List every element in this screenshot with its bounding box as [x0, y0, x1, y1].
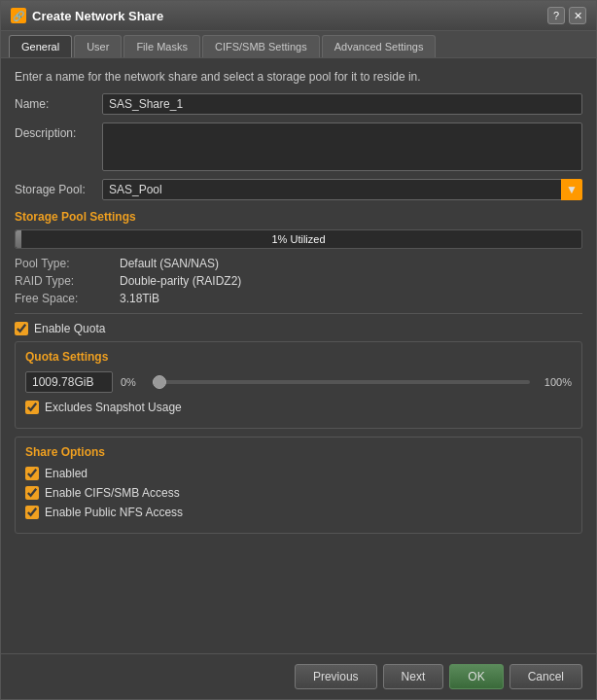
close-button[interactable]: ✕ [569, 7, 586, 24]
footer: Previous Next OK Cancel [1, 653, 596, 699]
slider-min-label: 0% [121, 376, 145, 388]
name-row: Name: [15, 93, 582, 115]
storage-pool-settings-title: Storage Pool Settings [15, 210, 582, 224]
enable-quota-row: Enable Quota [15, 322, 582, 335]
utilization-label: 1% Utilized [16, 230, 581, 248]
storage-pool-label: Storage Pool: [15, 179, 102, 196]
quota-settings-box: Quota Settings 0% 100% Excludes Snapshot… [15, 341, 582, 429]
nfs-label: Enable Public NFS Access [45, 506, 183, 519]
share-options-title: Share Options [25, 445, 572, 459]
app-icon: 🔗 [11, 8, 26, 23]
quota-settings-title: Quota Settings [25, 350, 572, 364]
tab-bar: General User File Masks CIFS/SMB Setting… [1, 31, 596, 58]
nfs-checkbox[interactable] [25, 506, 39, 519]
next-button[interactable]: Next [383, 664, 444, 689]
previous-button[interactable]: Previous [295, 664, 377, 689]
excludes-snapshot-row: Excludes Snapshot Usage [25, 401, 572, 414]
title-bar: 🔗 Create Network Share ? ✕ [1, 1, 596, 31]
cifs-smb-label: Enable CIFS/SMB Access [45, 486, 180, 500]
cifs-smb-checkbox[interactable] [25, 486, 39, 500]
nfs-row: Enable Public NFS Access [25, 506, 572, 519]
quota-slider[interactable] [153, 380, 530, 384]
quota-value-input[interactable] [25, 371, 113, 393]
enabled-checkbox[interactable] [25, 467, 39, 480]
title-bar-right: ? ✕ [547, 7, 586, 24]
name-input[interactable] [102, 93, 582, 115]
storage-pool-row: Storage Pool: SAS_Pool ▼ [15, 179, 582, 200]
enable-quota-label: Enable Quota [34, 322, 105, 335]
enable-quota-checkbox[interactable] [15, 322, 28, 335]
pool-type-label: Pool Type: [15, 257, 112, 270]
raid-type-value: Double-parity (RAIDZ2) [120, 274, 582, 288]
share-options-box: Share Options Enabled Enable CIFS/SMB Ac… [15, 437, 582, 534]
help-button[interactable]: ? [547, 7, 565, 24]
title-bar-left: 🔗 Create Network Share [11, 8, 163, 23]
enabled-row: Enabled [25, 467, 572, 480]
pool-type-value: Default (SAN/NAS) [120, 257, 582, 270]
free-space-label: Free Space: [15, 292, 112, 305]
utilization-bar: 1% Utilized [15, 229, 582, 249]
main-content: Enter a name for the network share and s… [1, 58, 596, 653]
tab-user[interactable]: User [74, 35, 122, 57]
excludes-snapshot-checkbox[interactable] [25, 401, 39, 414]
tab-cifs-smb[interactable]: CIFS/SMB Settings [202, 35, 320, 57]
raid-type-label: RAID Type: [15, 274, 112, 288]
slider-max-label: 100% [538, 376, 572, 388]
enabled-label: Enabled [45, 467, 88, 480]
quota-slider-container: 0% 100% [121, 376, 572, 388]
description-label: Description: [15, 122, 102, 140]
cifs-smb-row: Enable CIFS/SMB Access [25, 486, 572, 500]
intro-text: Enter a name for the network share and s… [15, 70, 582, 84]
tab-file-masks[interactable]: File Masks [123, 35, 200, 57]
tab-general[interactable]: General [9, 35, 72, 57]
dialog-title: Create Network Share [32, 9, 163, 23]
dialog: 🔗 Create Network Share ? ✕ General User … [0, 0, 597, 700]
storage-pool-select-wrapper: SAS_Pool ▼ [102, 179, 582, 200]
ok-button[interactable]: OK [449, 664, 503, 689]
name-label: Name: [15, 93, 102, 111]
pool-info-grid: Pool Type: Default (SAN/NAS) RAID Type: … [15, 257, 582, 305]
storage-pool-select[interactable]: SAS_Pool [102, 179, 582, 200]
separator-1 [15, 313, 582, 314]
description-row: Description: [15, 122, 582, 171]
cancel-button[interactable]: Cancel [509, 664, 582, 689]
quota-input-row: 0% 100% [25, 371, 572, 393]
tab-advanced-settings[interactable]: Advanced Settings [322, 35, 437, 57]
free-space-value: 3.18TiB [120, 292, 582, 305]
excludes-snapshot-label: Excludes Snapshot Usage [45, 401, 182, 414]
description-input[interactable] [102, 122, 582, 171]
